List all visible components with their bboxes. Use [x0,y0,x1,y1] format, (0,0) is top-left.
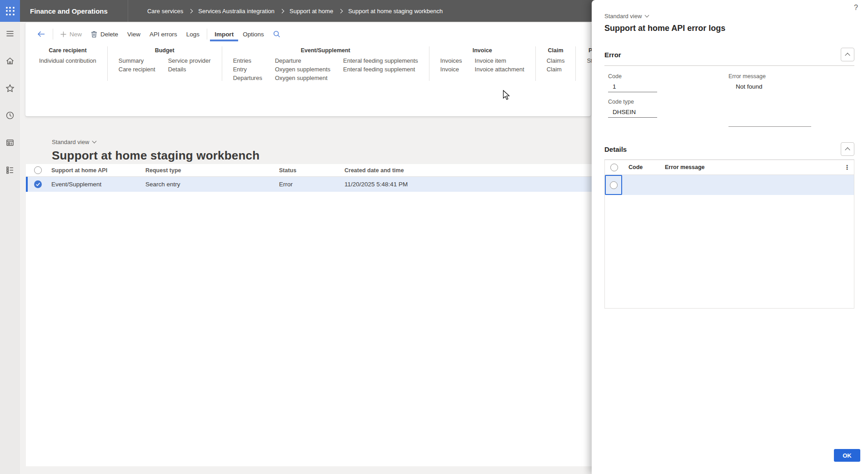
details-table-row[interactable] [605,175,854,195]
breadcrumb-support-at-home[interactable]: Support at home [289,8,333,15]
row-checked-icon[interactable] [34,180,42,188]
link-care-recipient[interactable]: Care recipient [119,67,155,72]
details-column-header-code[interactable]: Code [623,164,664,170]
panel-title: Support at home API error logs [604,24,854,33]
clock-icon[interactable] [5,111,15,120]
details-row-checkbox[interactable] [610,181,618,189]
link-individual-contribution[interactable]: Individual contribution [39,58,96,64]
ribbon-group-invoice: Invoice Invoices Invoice Invoice item In… [429,46,535,81]
link-invoice-item[interactable]: Invoice item [475,58,524,64]
link-invoices[interactable]: Invoices [440,58,462,64]
ribbon-group-care-recipient: Care recipient Individual contribution [28,46,107,81]
select-all-checkbox[interactable] [34,166,42,174]
back-arrow-icon [37,31,45,37]
new-button[interactable]: New [56,27,86,41]
error-section-collapse-button[interactable] [841,48,854,61]
main-content: New Delete View API errors Logs Import O… [20,22,592,474]
breadcrumb-care-services[interactable]: Care services [147,8,183,15]
link-enteral-feeding-supplements[interactable]: Enteral feeding supplements [343,58,418,64]
link-details[interactable]: Details [168,67,211,72]
link-claims[interactable]: Claims [547,58,565,64]
delete-button-label: Delete [100,31,118,38]
help-icon[interactable]: ? [854,4,858,12]
app-window: Finance and Operations Care services Ser… [0,0,868,474]
toolbar-divider [53,29,53,40]
link-invoice-attachment[interactable]: Invoice attachment [475,67,524,72]
app-launcher-button[interactable] [0,0,20,22]
new-button-label: New [70,31,82,38]
details-grid-header: Code Error message ⋮ [605,160,854,175]
link-departures[interactable]: Departures [233,75,262,81]
code-input[interactable]: 1 [608,83,657,92]
toolbar-divider [207,29,207,40]
link-departure[interactable]: Departure [275,58,330,64]
error-message-label: Error message [728,73,854,80]
error-logs-flyout-panel: ? Standard view Support at home API erro… [592,0,868,474]
cell-status: Error [275,181,341,188]
api-errors-button[interactable]: API errors [145,27,182,41]
ribbon-group-budget: Budget Summary Care recipient Service pr… [107,46,222,81]
details-section-title: Details [604,145,627,153]
link-service-provider[interactable]: Service provider [168,58,211,64]
import-tab-button[interactable]: Import [210,27,238,41]
error-message-value: Not found [728,83,854,90]
home-icon[interactable] [5,56,15,65]
link-oxygen-supplement[interactable]: Oxygen supplement [275,75,330,81]
back-button[interactable] [33,27,50,41]
chevron-down-icon [645,13,649,18]
search-icon [273,30,280,38]
search-button[interactable] [269,27,285,41]
page-title: Support at home staging workbench [52,149,259,163]
link-enteral-feeding-supplement[interactable]: Enteral feeding supplement [343,67,418,72]
waffle-icon [6,7,15,15]
table-row[interactable]: Event/Supplement Search entry Error 11/2… [26,177,592,192]
empty-field-input[interactable] [728,126,811,127]
details-grid: Code Error message ⋮ [604,160,854,309]
code-label: Code [608,73,725,80]
error-fields-left-column: Code 1 Code type DHSEIN [604,73,725,127]
link-claim[interactable]: Claim [547,67,565,72]
details-column-header-error-message[interactable]: Error message [664,164,840,170]
column-header-support-at-home-api[interactable]: Support at home API [48,167,142,174]
column-header-status[interactable]: Status [275,167,341,174]
link-invoice[interactable]: Invoice [440,67,462,72]
group-title: Care recipient [39,47,96,54]
details-row-checkbox-cell[interactable] [605,175,622,195]
error-fields-right-column: Error message Not found [725,73,854,127]
column-header-created-date-and-time[interactable]: Created date and time [341,167,592,174]
trash-icon [91,31,97,38]
ribbon-groups: Care recipient Individual contribution B… [25,44,591,81]
plus-icon [60,31,66,37]
cell-support-at-home-api: Event/Supplement [48,181,142,188]
ok-button[interactable]: OK [834,449,860,462]
link-entries[interactable]: Entries [233,58,262,64]
cell-created-date: 11/20/2025 5:48:41 PM [341,181,592,188]
more-options-icon[interactable]: ⋮ [840,164,854,171]
breadcrumb-services-australia-integration[interactable]: Services Australia integration [198,8,274,15]
workspace-icon[interactable] [5,138,15,147]
view-button[interactable]: View [123,27,145,41]
view-selector[interactable]: Standard view [52,139,259,145]
chevron-up-icon [845,147,850,152]
star-icon[interactable] [5,84,15,93]
link-entry[interactable]: Entry [233,67,262,72]
link-summary[interactable]: Summary [119,58,155,64]
panel-view-selector[interactable]: Standard view [604,13,854,20]
link-oxygen-supplements[interactable]: Oxygen supplements [275,67,330,72]
grid-header-row: Support at home API Request type Status … [26,164,592,177]
modules-list-icon[interactable] [5,165,15,175]
column-header-request-type[interactable]: Request type [142,167,275,174]
group-title: Invoice [440,47,524,54]
details-select-all-checkbox[interactable] [610,164,618,171]
breadcrumb-support-at-home-staging-workbench[interactable]: Support at home staging workbench [348,8,443,15]
error-section: Error Code 1 Code type DHSEIN Error mess… [604,48,854,127]
delete-button[interactable]: Delete [86,27,123,41]
options-button[interactable]: Options [238,27,269,41]
code-type-input[interactable]: DHSEIN [608,109,657,118]
logs-button[interactable]: Logs [182,27,204,41]
view-selector-label: Standard view [52,139,89,145]
hamburger-menu-icon[interactable] [5,29,15,38]
details-section-collapse-button[interactable] [841,142,854,156]
error-section-title: Error [604,51,621,59]
details-section: Details Code Error message ⋮ [604,142,854,309]
